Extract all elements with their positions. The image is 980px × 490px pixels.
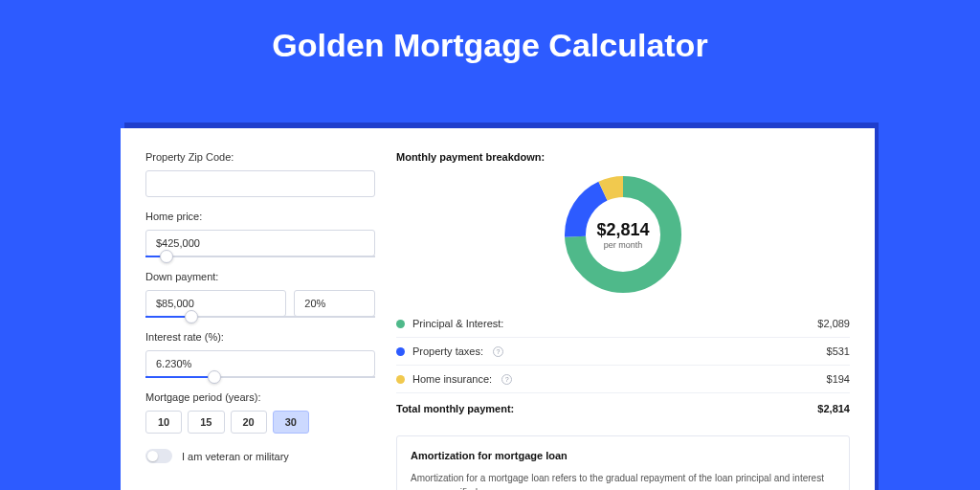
legend-row-tax: Property taxes: ? $531	[396, 338, 850, 366]
info-icon[interactable]: ?	[493, 346, 503, 357]
donut-sub: per month	[604, 240, 643, 250]
down-slider[interactable]	[145, 316, 375, 318]
amortization-title: Amortization for mortgage loan	[411, 450, 835, 461]
legend-dot-ins	[396, 375, 405, 384]
down-pct-input[interactable]	[294, 290, 375, 317]
price-label: Home price:	[145, 211, 375, 222]
amortization-text: Amortization for a mortgage loan refers …	[411, 471, 835, 490]
page-title: Golden Mortgage Calculator	[0, 0, 980, 85]
toggle-knob	[147, 451, 158, 461]
price-field: Home price:	[145, 211, 375, 257]
veteran-label: I am veteran or military	[182, 451, 289, 462]
veteran-toggle[interactable]	[145, 449, 172, 463]
donut-amount: $2,814	[596, 220, 649, 240]
period-pills: 10 15 20 30	[145, 411, 375, 434]
period-label: Mortgage period (years):	[145, 391, 375, 403]
legend-label-tax: Property taxes:	[412, 345, 483, 357]
down-slider-thumb[interactable]	[185, 310, 198, 323]
breakdown-title: Monthly payment breakdown:	[396, 151, 850, 163]
rate-slider[interactable]	[145, 376, 375, 378]
down-field: Down payment:	[145, 271, 375, 318]
veteran-row: I am veteran or military	[145, 449, 375, 463]
rate-slider-fill	[145, 376, 214, 378]
legend-row-pi: Principal & Interest: $2,089	[396, 310, 850, 338]
down-amount-input[interactable]	[145, 290, 286, 317]
zip-input[interactable]	[145, 170, 375, 197]
results-column: Monthly payment breakdown: $2,814 per mo…	[396, 151, 850, 488]
price-input[interactable]	[145, 230, 375, 256]
period-field: Mortgage period (years): 10 15 20 30	[145, 391, 375, 434]
period-pill-30[interactable]: 30	[273, 411, 309, 434]
period-pill-20[interactable]: 20	[231, 411, 267, 434]
legend-dot-pi	[396, 320, 405, 328]
inputs-column: Property Zip Code: Home price: Down paym…	[145, 151, 375, 488]
legend-dot-tax	[396, 347, 405, 356]
zip-label: Property Zip Code:	[145, 151, 375, 163]
amortization-card: Amortization for mortgage loan Amortizat…	[396, 435, 850, 490]
legend-value-tax: $531	[827, 345, 850, 357]
calculator-panel: Property Zip Code: Home price: Down paym…	[121, 128, 875, 490]
price-slider-thumb[interactable]	[160, 250, 173, 263]
rate-slider-thumb[interactable]	[208, 370, 221, 384]
legend-label-pi: Principal & Interest:	[412, 318, 503, 329]
info-icon[interactable]: ?	[501, 374, 512, 385]
period-pill-10[interactable]: 10	[145, 411, 182, 434]
total-row: Total monthly payment: $2,814	[396, 393, 850, 430]
legend-row-ins: Home insurance: ? $194	[396, 366, 850, 393]
down-label: Down payment:	[145, 271, 375, 282]
donut-chart-wrap: $2,814 per month	[396, 176, 850, 293]
price-slider[interactable]	[145, 256, 375, 257]
rate-label: Interest rate (%):	[145, 331, 375, 343]
rate-input[interactable]	[145, 350, 375, 377]
legend-value-ins: $194	[827, 373, 850, 385]
donut-chart: $2,814 per month	[565, 176, 681, 293]
donut-center: $2,814 per month	[565, 176, 681, 293]
total-value: $2,814	[817, 403, 850, 414]
legend-value-pi: $2,089	[817, 318, 850, 329]
period-pill-15[interactable]: 15	[188, 411, 224, 434]
legend-label-ins: Home insurance:	[412, 373, 492, 385]
total-label: Total monthly payment:	[396, 403, 514, 414]
zip-field: Property Zip Code:	[145, 151, 375, 197]
rate-field: Interest rate (%):	[145, 331, 375, 378]
